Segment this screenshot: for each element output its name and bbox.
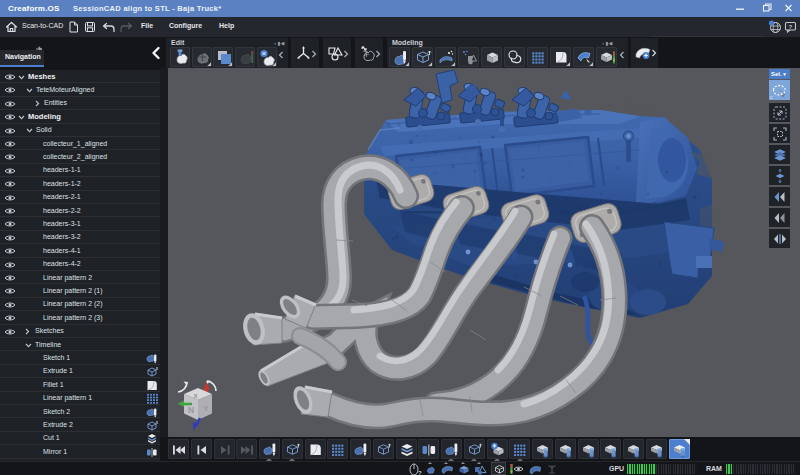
- svg-text:?: ?: [418, 470, 422, 475]
- svg-text:Y: Y: [204, 404, 209, 413]
- svg-text:?: ?: [789, 24, 793, 30]
- svg-text:N: N: [188, 405, 194, 415]
